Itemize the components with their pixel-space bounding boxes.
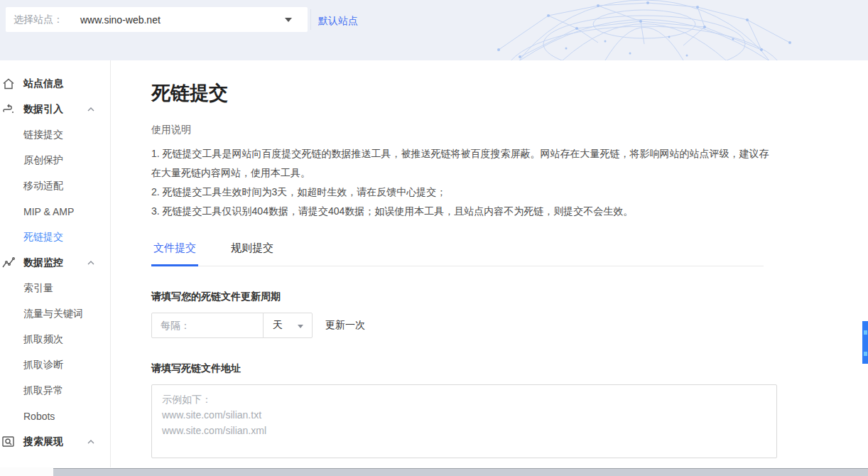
sidebar-item-label: 抓取频次 bbox=[23, 333, 63, 346]
sidebar-item-label: MIP & AMP bbox=[23, 206, 74, 217]
sidebar-item-crawl-exception[interactable]: 抓取异常 bbox=[0, 378, 110, 404]
sidebar-item-data-import[interactable]: 数据引入 bbox=[0, 97, 110, 122]
dead-link-file-textarea[interactable] bbox=[151, 384, 777, 458]
widget-icon bbox=[864, 330, 867, 335]
site-selector-label: 选择站点： bbox=[13, 13, 63, 26]
sidebar-item-robots[interactable]: Robots bbox=[0, 404, 110, 429]
sidebar-item-label: 抓取诊断 bbox=[23, 359, 63, 372]
sidebar-item-crawl-diagnosis[interactable]: 抓取诊断 bbox=[0, 352, 110, 378]
caret-down-icon bbox=[298, 325, 303, 328]
page-title: 死链提交 bbox=[151, 80, 777, 106]
sidebar-item-label: 站点信息 bbox=[23, 77, 63, 90]
interval-input[interactable] bbox=[151, 313, 264, 338]
sidebar-item-label: 搜索展现 bbox=[23, 436, 63, 448]
instruction-line: 1. 死链提交工具是网站向百度提交死链的数据推送工具，被推送死链将被百度搜索屏蔽… bbox=[151, 144, 777, 183]
sidebar-item-crawl-frequency[interactable]: 抓取频次 bbox=[0, 327, 110, 352]
tab-rule-submit[interactable]: 规则提交 bbox=[229, 242, 276, 266]
sidebar-item-original-protect[interactable]: 原创保护 bbox=[0, 148, 110, 173]
widget-icon bbox=[864, 352, 867, 356]
sidebar-item-mobile-adapt[interactable]: 移动适配 bbox=[0, 173, 110, 199]
sidebar-item-label: 数据监控 bbox=[23, 256, 63, 269]
sidebar-item-traffic-keywords[interactable]: 流量与关键词 bbox=[0, 301, 110, 327]
default-site-link[interactable]: 默认站点 bbox=[318, 15, 358, 28]
sidebar-item-label: 抓取异常 bbox=[23, 384, 63, 397]
horizontal-scrollbar-thumb[interactable] bbox=[53, 468, 868, 476]
chevron-up-icon bbox=[87, 105, 95, 114]
chevron-up-icon bbox=[87, 259, 95, 267]
globe-wireframe-decoration bbox=[435, 0, 868, 60]
sidebar-item-label: 死链提交 bbox=[23, 231, 63, 244]
sidebar-item-label: Robots bbox=[23, 411, 55, 422]
horizontal-scrollbar-track bbox=[0, 467, 868, 476]
sidebar-item-dead-link-submit[interactable]: 死链提交 bbox=[0, 225, 110, 250]
instructions: 1. 死链提交工具是网站向百度提交死链的数据推送工具，被推送死链将被百度搜索屏蔽… bbox=[151, 144, 777, 221]
chevron-up-icon bbox=[87, 438, 95, 446]
caret-down-icon bbox=[285, 18, 292, 22]
usage-heading: 使用说明 bbox=[151, 124, 777, 136]
unit-select[interactable]: 天 bbox=[263, 313, 313, 338]
cycle-row: 天 更新一次 bbox=[151, 313, 777, 338]
sidebar-item-link-submit[interactable]: 链接提交 bbox=[0, 122, 110, 148]
sidebar-item-label: 链接提交 bbox=[23, 129, 63, 141]
chart-icon bbox=[1, 256, 16, 270]
main-content: 死链提交 使用说明 1. 死链提交工具是网站向百度提交死链的数据推送工具，被推送… bbox=[151, 60, 777, 476]
instruction-line: 3. 死链提交工具仅识别404数据，请提交404数据；如误使用本工具，且站点内容… bbox=[151, 202, 777, 221]
site-selector-value: www.sino-web.net bbox=[80, 14, 161, 26]
unit-select-value: 天 bbox=[273, 319, 283, 332]
sidebar-item-label: 原创保护 bbox=[23, 154, 63, 167]
search-icon bbox=[1, 435, 16, 449]
header-band: 选择站点： www.sino-web.net 默认站点 bbox=[0, 0, 868, 60]
sidebar-item-index-volume[interactable]: 索引量 bbox=[0, 276, 110, 301]
instruction-line: 2. 死链提交工具生效时间为3天，如超时生效，请在反馈中心提交； bbox=[151, 183, 777, 202]
sidebar-item-mip-amp[interactable]: MIP & AMP bbox=[0, 199, 110, 225]
topbar-divider bbox=[310, 9, 311, 30]
cycle-label: 请填写您的死链文件更新周期 bbox=[151, 291, 777, 303]
sidebar-item-data-monitor[interactable]: 数据监控 bbox=[0, 250, 110, 276]
sidebar-item-label: 流量与关键词 bbox=[23, 308, 83, 320]
feedback-side-widget[interactable] bbox=[862, 321, 868, 364]
submit-tabs: 文件提交 规则提交 bbox=[151, 242, 764, 266]
sidebar-item-label: 移动适配 bbox=[23, 180, 63, 193]
sidebar-item-label: 索引量 bbox=[23, 282, 53, 295]
import-icon bbox=[1, 102, 16, 117]
site-selector-dropdown[interactable]: 选择站点： www.sino-web.net bbox=[6, 7, 308, 32]
sidebar-item-label: 数据引入 bbox=[23, 103, 63, 116]
sidebar-item-search-display[interactable]: 搜索展现 bbox=[0, 429, 110, 455]
cycle-suffix: 更新一次 bbox=[325, 319, 365, 332]
tab-file-submit[interactable]: 文件提交 bbox=[151, 242, 198, 266]
sidebar-nav: 站点信息 数据引入 链接提交 原创保护 移动适配 MIP & AMP 死链提交 … bbox=[0, 60, 111, 467]
sidebar-item-site-info[interactable]: 站点信息 bbox=[0, 71, 110, 97]
address-label: 请填写死链文件地址 bbox=[151, 362, 777, 375]
home-icon bbox=[1, 77, 16, 91]
